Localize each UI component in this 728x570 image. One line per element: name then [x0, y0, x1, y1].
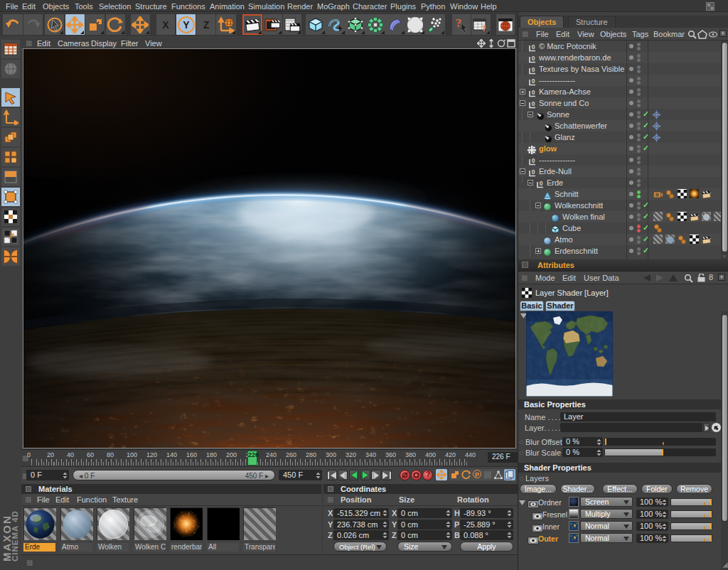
svg-text:Y: Y — [183, 19, 190, 31]
svg-text:Z: Z — [203, 19, 209, 31]
svg-text:0: 0 — [532, 89, 535, 96]
svg-text:0: 0 — [532, 55, 535, 62]
svg-text:0: 0 — [532, 66, 535, 73]
svg-text:0: 0 — [532, 168, 535, 176]
svg-text:0: 0 — [532, 100, 535, 107]
svg-text:0: 0 — [532, 157, 535, 164]
svg-text:0: 0 — [540, 180, 543, 187]
svg-text:X: X — [162, 19, 169, 31]
svg-text:0: 0 — [532, 77, 535, 85]
svg-text:0: 0 — [532, 43, 535, 50]
svg-text:?: ? — [456, 16, 462, 30]
